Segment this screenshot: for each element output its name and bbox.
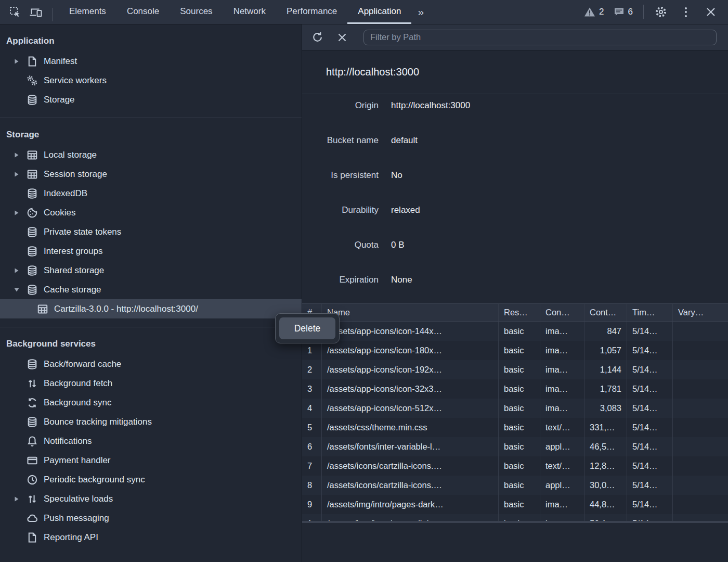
sidebar-section-title: Application	[0, 24, 302, 52]
sidebar-item-reporting-api[interactable]: Reporting API	[0, 528, 302, 547]
sidebar-item-payment-handler[interactable]: Payment handler	[0, 451, 302, 470]
sidebar-item-background-sync[interactable]: Background sync	[0, 393, 302, 412]
sidebar-item-label: Cache storage	[44, 285, 101, 295]
messages-counter[interactable]: 6	[614, 7, 633, 17]
sidebar-item-back-forward-cache[interactable]: Back/forward cache	[0, 354, 302, 374]
settings-button[interactable]	[653, 4, 669, 20]
sidebar-item-shared-storage[interactable]: Shared storage	[0, 261, 302, 280]
table-cell	[673, 418, 728, 437]
database-icon	[26, 245, 38, 258]
context-menu: Delete	[275, 313, 340, 343]
database-icon	[26, 358, 38, 371]
sidebar-item-cache-storage[interactable]: Cache storage	[0, 280, 302, 299]
sidebar-item-speculative-loads[interactable]: Speculative loads	[0, 489, 302, 508]
column-header-vary[interactable]: Vary…	[673, 304, 728, 321]
table-row[interactable]: 1/assets/app-icons/icon-180x…basicima…1,…	[302, 341, 728, 360]
chevron-collapsed-icon[interactable]	[14, 152, 26, 158]
table-cell: 5/14…	[627, 379, 673, 399]
sidebar-item-manifest[interactable]: Manifest	[0, 52, 302, 71]
tab-application[interactable]: Application	[347, 0, 411, 24]
cache-storage-panel: http://localhost:3000 Originhttp://local…	[302, 24, 728, 562]
table-row[interactable]: 5/assets/css/theme.min.cssbasictext/…331…	[302, 418, 728, 437]
sidebar-item-label: Session storage	[44, 169, 107, 180]
table-row[interactable]: 4/assets/app-icons/icon-512x…basicima…3,…	[302, 399, 728, 418]
sidebar-item-storage[interactable]: Storage	[0, 90, 302, 109]
chevron-collapsed-icon[interactable]	[14, 58, 26, 65]
metadata-row-origin: Originhttp://localhost:3000	[302, 94, 728, 129]
column-header-con[interactable]: Con…	[540, 304, 584, 321]
sidebar-item-background-fetch[interactable]: Background fetch	[0, 374, 302, 393]
devtools-tabs: ElementsConsoleSourcesNetworkPerformance…	[59, 0, 411, 24]
column-header-name[interactable]: Name	[322, 304, 499, 321]
devtools-tabbar: ElementsConsoleSourcesNetworkPerformance…	[0, 0, 728, 24]
table-row[interactable]: 7/assets/icons/cartzilla-icons.…basictex…	[302, 456, 728, 476]
inspect-element-button[interactable]	[7, 4, 23, 20]
sidebar-item-label: Reporting API	[44, 532, 98, 543]
device-toolbar-button[interactable]	[28, 4, 44, 20]
metadata-value: http://localhost:3000	[391, 100, 470, 129]
more-options-button[interactable]	[678, 4, 694, 20]
sidebar-item-notifications[interactable]: Notifications	[0, 431, 302, 451]
table-cell: 7	[302, 456, 322, 476]
sidebar-item-session-storage[interactable]: Session storage	[0, 164, 302, 184]
chevron-expanded-icon[interactable]	[14, 287, 26, 292]
column-header-cont[interactable]: Cont…	[584, 304, 627, 321]
sidebar-item-private-state-tokens[interactable]: Private state tokens	[0, 222, 302, 241]
sidebar-item-label: Interest groups	[44, 246, 102, 257]
table-cell: appl…	[540, 437, 584, 456]
table-row[interactable]: 0/assets/app-icons/icon-144x…basicima…84…	[302, 322, 728, 341]
origin-row[interactable]: http://localhost:3000	[302, 50, 728, 94]
table-cell: /assets/fonts/inter-variable-l…	[322, 437, 499, 456]
table-row[interactable]: 6/assets/fonts/inter-variable-l…basicapp…	[302, 437, 728, 456]
message-icon	[614, 7, 625, 17]
sidebar-item-cartzilla-3-0-0-http-localhost-3000[interactable]: Cartzilla-3.0.0 - http://localhost:3000/	[0, 299, 302, 318]
clear-filter-button[interactable]	[333, 29, 351, 46]
table-cell: /assets/app-icons/icon-180x…	[322, 341, 499, 360]
table-cell: 8	[302, 476, 322, 495]
sidebar-item-label: Periodic background sync	[44, 475, 145, 485]
clock-icon	[26, 474, 38, 486]
table-cell: 5/14…	[627, 399, 673, 418]
sidebar-item-indexeddb[interactable]: IndexedDB	[0, 184, 302, 203]
chevron-collapsed-icon[interactable]	[14, 496, 26, 502]
column-header-res[interactable]: Res…	[499, 304, 540, 321]
sidebar-item-label: Bounce tracking mitigations	[44, 417, 152, 427]
chevron-collapsed-icon[interactable]	[14, 171, 26, 177]
close-devtools-button[interactable]	[703, 4, 719, 20]
context-menu-item-delete[interactable]: Delete	[279, 317, 335, 339]
column-header-tim[interactable]: Tim…	[627, 304, 673, 321]
sidebar-item-bounce-tracking-mitigations[interactable]: Bounce tracking mitigations	[0, 412, 302, 431]
table-cell: /assets/app-icons/icon-32x3…	[322, 379, 499, 399]
tab-elements[interactable]: Elements	[59, 0, 116, 24]
table-row[interactable]: 2/assets/app-icons/icon-192x…basicima…1,…	[302, 360, 728, 379]
chevron-collapsed-icon[interactable]	[14, 210, 26, 216]
table-row[interactable]: 3/assets/app-icons/icon-32x3…basicima…1,…	[302, 379, 728, 399]
sidebar-item-interest-groups[interactable]: Interest groups	[0, 241, 302, 261]
filter-by-path-input[interactable]	[363, 30, 717, 45]
tab-console[interactable]: Console	[116, 0, 170, 24]
sidebar-item-push-messaging[interactable]: Push messaging	[0, 508, 302, 528]
sidebar-item-service-workers[interactable]: Service workers	[0, 71, 302, 90]
table-cell: 5/14…	[627, 437, 673, 456]
sidebar-item-cookies[interactable]: Cookies	[0, 203, 302, 222]
bucket-metadata: Originhttp://localhost:3000Bucket namede…	[302, 94, 728, 303]
tab-network[interactable]: Network	[223, 0, 276, 24]
table-cell: /assets/app-icons/icon-192x…	[322, 360, 499, 379]
sidebar-item-periodic-background-sync[interactable]: Periodic background sync	[0, 470, 302, 489]
metadata-row-quota: Quota0 B	[302, 234, 728, 269]
metadata-value: 0 B	[391, 239, 405, 269]
origin-title: http://localhost:3000	[326, 66, 419, 78]
sidebar-item-local-storage[interactable]: Local storage	[0, 145, 302, 164]
refresh-button[interactable]	[308, 29, 326, 46]
tabbar-left-tools	[0, 0, 59, 24]
table-cell: 1	[302, 341, 322, 360]
table-cell: basic	[499, 495, 540, 514]
tab-performance[interactable]: Performance	[276, 0, 347, 24]
chevron-collapsed-icon[interactable]	[14, 267, 26, 274]
warnings-counter[interactable]: 2	[584, 7, 604, 17]
table-row[interactable]: 8/assets/icons/cartzilla-icons.…basicapp…	[302, 476, 728, 495]
warning-icon	[584, 7, 595, 17]
tab-sources[interactable]: Sources	[170, 0, 223, 24]
table-row[interactable]: 9/assets/img/intro/pages-dark…basicima…4…	[302, 495, 728, 514]
more-tabs-button[interactable]: »	[411, 0, 431, 24]
